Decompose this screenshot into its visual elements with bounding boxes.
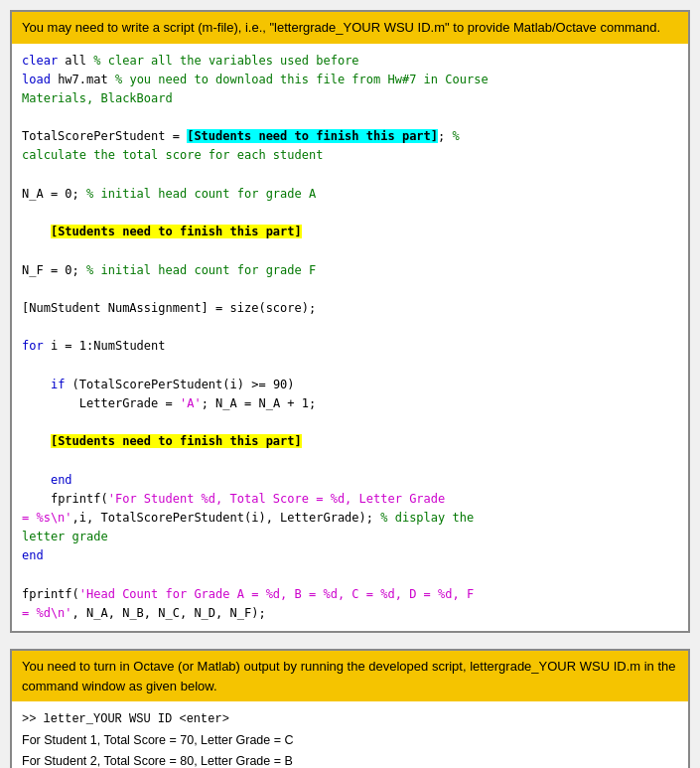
output-section-header: You need to turn in Octave (or Matlab) o… — [12, 651, 688, 701]
output-block: >> letter_YOUR WSU ID <enter> For Studen… — [12, 701, 688, 768]
code-section: You may need to write a script (m-file),… — [10, 10, 690, 633]
output-line-2: For Student 1, Total Score = 70, Letter … — [22, 730, 678, 751]
output-line-1: >> letter_YOUR WSU ID <enter> — [22, 709, 678, 729]
output-header-text: You need to turn in Octave (or Matlab) o… — [22, 659, 676, 693]
output-section: You need to turn in Octave (or Matlab) o… — [10, 649, 690, 768]
output-line-3: For Student 2, Total Score = 80, Letter … — [22, 751, 678, 768]
code-content: clear all % clear all the variables used… — [22, 52, 678, 624]
code-block: clear all % clear all the variables used… — [12, 44, 688, 632]
header-text: You may need to write a script (m-file),… — [22, 20, 660, 35]
code-section-header: You may need to write a script (m-file),… — [12, 12, 688, 44]
